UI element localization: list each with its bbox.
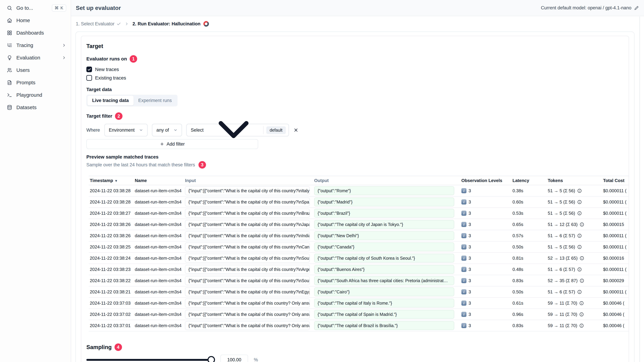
col-observation-levels: Observation Levels xyxy=(458,178,509,183)
row-input-cell: {"input":[{"content":"What is the capita… xyxy=(185,186,310,195)
row-name: dataset-run-item-cm3s4 xyxy=(135,211,185,216)
list-tree-icon xyxy=(7,42,12,48)
observation-level-icon: i xyxy=(461,256,466,261)
info-circle-icon[interactable] xyxy=(579,301,584,306)
info-circle-icon[interactable] xyxy=(580,278,584,283)
row-output-cell: {"output":"The capital of Italy is Rome.… xyxy=(314,299,454,308)
row-latency: 0.57s xyxy=(509,233,544,238)
divider xyxy=(263,126,264,134)
sidebar-item-playground[interactable]: Playground xyxy=(0,89,71,101)
row-name: dataset-run-item-cm3s4 xyxy=(135,301,185,306)
sidebar: Go to... ⌘ K Home Dashboards Tracing Eva… xyxy=(0,0,71,362)
info-circle-icon[interactable] xyxy=(579,312,584,317)
sampling-value-input[interactable]: 100.00 xyxy=(220,355,248,362)
row-name: dataset-run-item-cm3s4 xyxy=(135,278,185,283)
row-input-cell: {"input":[{"content":"What is the capita… xyxy=(185,276,310,285)
sidebar-item-users[interactable]: Users xyxy=(0,64,71,76)
tab-live-tracing-data[interactable]: Live tracing data xyxy=(88,96,134,105)
table-row[interactable]: 2024-11-22 03:38:22 dataset-run-item-cm3… xyxy=(89,275,629,286)
info-circle-icon[interactable] xyxy=(580,222,584,227)
table-row[interactable]: 2024-11-22 03:38:21 dataset-run-item-cm3… xyxy=(89,286,629,298)
sidebar-item-home[interactable]: Home xyxy=(0,14,71,26)
table-row[interactable]: 2024-11-22 03:38:24 dataset-run-item-cm3… xyxy=(89,253,629,264)
table-header-row: Timestamp▼ Name Input Output Observation… xyxy=(89,176,629,185)
row-total-cost: $0.000015 xyxy=(594,222,629,227)
row-output-cell: {"output":"Rome"} xyxy=(314,186,454,195)
row-name: dataset-run-item-cm3s4 xyxy=(135,289,185,295)
table-row[interactable]: 2024-11-22 03:38:26 dataset-run-item-cm3… xyxy=(89,230,629,241)
observation-level-icon: i xyxy=(461,323,466,328)
row-observation-levels: 3 xyxy=(468,211,471,216)
target-section: Target Evaluator runs on 1 New traces Ex… xyxy=(81,36,629,362)
info-circle-icon[interactable] xyxy=(577,233,582,238)
row-output-cell: {"output":"The capital of Brazil is Bras… xyxy=(314,321,454,330)
info-circle-icon[interactable] xyxy=(577,188,582,193)
row-name: dataset-run-item-cm3s4 xyxy=(135,233,185,238)
window-scrollbar[interactable] xyxy=(640,16,640,362)
step-badge-1: 1 xyxy=(130,55,137,63)
table-row[interactable]: 2024-11-22 03:38:23 dataset-run-item-cm3… xyxy=(89,264,629,275)
row-input-cell: {"input":[{"content":"What is the capita… xyxy=(185,220,310,229)
chevron-down-icon xyxy=(139,128,143,132)
new-traces-checkbox[interactable] xyxy=(86,66,92,72)
sidebar-item-dashboards[interactable]: Dashboards xyxy=(0,26,71,39)
breadcrumb: 1. Select Evaluator 2. Run Evaluator: Ha… xyxy=(76,16,210,31)
info-circle-icon[interactable] xyxy=(577,245,582,249)
sidebar-item-datasets[interactable]: Datasets xyxy=(0,101,71,114)
col-timestamp[interactable]: Timestamp▼ xyxy=(89,178,135,183)
row-output-cell: {"output":"The capital city of Japan is … xyxy=(314,220,454,229)
table-row[interactable]: 2024-11-22 03:38:26 dataset-run-item-cm3… xyxy=(89,219,629,230)
row-observation-levels: 3 xyxy=(468,222,471,227)
existing-traces-checkbox[interactable] xyxy=(86,75,92,81)
preview-subtitle: Sample over the last 24 hours that match… xyxy=(86,162,195,168)
remove-filter-icon[interactable] xyxy=(294,127,298,133)
table-row[interactable]: 2024-11-22 03:37:03 dataset-run-item-cm3… xyxy=(89,298,629,309)
info-circle-icon[interactable] xyxy=(579,323,584,328)
row-total-cost: $0.000011 ( xyxy=(594,233,629,238)
info-circle-icon[interactable] xyxy=(577,211,582,216)
sidebar-item-evaluation[interactable]: Evaluation xyxy=(0,51,71,64)
table-row[interactable]: 2024-11-22 03:37:02 dataset-run-item-cm3… xyxy=(89,309,629,320)
row-latency: 0.65s xyxy=(509,222,544,227)
row-total-cost: $0.00046 ( xyxy=(594,323,629,328)
row-tokens: 52 → 35 (Σ 87) xyxy=(548,278,578,283)
edit-pencil-icon[interactable] xyxy=(634,5,639,10)
sidebar-item-prompts[interactable]: Prompts xyxy=(0,76,71,89)
row-timestamp: 2024-11-22 03:38:26 xyxy=(89,222,135,227)
table-row[interactable]: 2024-11-22 03:38:28 dataset-run-item-cm3… xyxy=(89,197,629,208)
row-tokens: 51 → 12 (Σ 63) xyxy=(548,222,578,227)
filter-operator-select[interactable]: any of xyxy=(152,124,182,136)
col-output: Output xyxy=(314,178,458,183)
table-row[interactable]: 2024-11-22 03:37:01 dataset-run-item-cm3… xyxy=(89,320,629,331)
sampling-slider[interactable] xyxy=(86,356,215,362)
breadcrumb-step1[interactable]: 1. Select Evaluator xyxy=(76,21,121,26)
preview-title: Preview sample matched traces xyxy=(86,154,629,160)
row-observation-levels: 3 xyxy=(468,323,471,328)
info-circle-icon[interactable] xyxy=(577,200,582,204)
info-circle-icon[interactable] xyxy=(580,256,584,261)
home-icon xyxy=(7,18,12,23)
col-name: Name xyxy=(135,178,185,183)
info-circle-icon[interactable] xyxy=(577,290,582,294)
table-row[interactable]: 2024-11-22 03:38:25 dataset-run-item-cm3… xyxy=(89,241,629,253)
row-timestamp: 2024-11-22 03:38:28 xyxy=(89,188,135,193)
row-observation-levels: 3 xyxy=(468,256,471,261)
observation-level-icon: i xyxy=(461,278,466,283)
slider-thumb[interactable] xyxy=(208,356,215,362)
row-observation-levels: 3 xyxy=(468,289,471,295)
chevron-down-icon xyxy=(208,104,259,156)
goto-search[interactable]: Go to... ⌘ K xyxy=(0,2,71,14)
search-icon xyxy=(7,5,12,11)
tab-experiment-runs[interactable]: Experiment runs xyxy=(134,96,177,105)
table-row[interactable]: 2024-11-22 03:38:28 dataset-run-item-cm3… xyxy=(89,185,629,197)
table-row[interactable]: 2024-11-22 03:38:27 dataset-run-item-cm3… xyxy=(89,208,629,219)
ragas-logo-icon xyxy=(203,20,210,27)
row-tokens: 51 → 5 (Σ 56) xyxy=(548,211,575,216)
row-timestamp: 2024-11-22 03:38:22 xyxy=(89,278,135,283)
filter-value-select[interactable]: Select default xyxy=(186,124,289,136)
info-circle-icon[interactable] xyxy=(577,267,582,272)
sidebar-item-tracing[interactable]: Tracing xyxy=(0,39,71,51)
target-heading: Target xyxy=(86,43,629,49)
filter-field-select[interactable]: Environment xyxy=(104,124,148,136)
default-model-label: Current default model: openai / gpt-4.1-… xyxy=(541,5,632,10)
